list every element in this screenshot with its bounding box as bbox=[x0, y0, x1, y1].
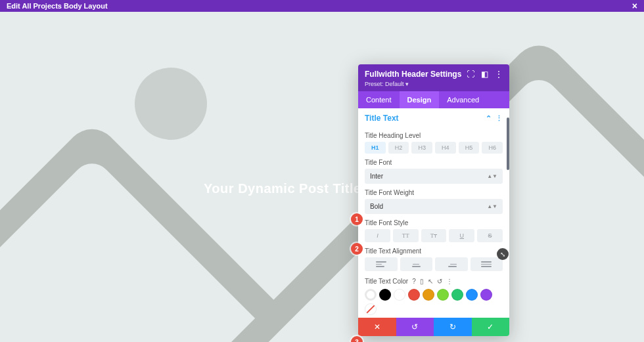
swatch-current[interactable] bbox=[365, 289, 377, 301]
dropdown-caret-icon: ▲▼ bbox=[487, 203, 497, 209]
swatch-white[interactable] bbox=[394, 289, 405, 301]
swatch-green[interactable] bbox=[451, 289, 463, 301]
chevron-down-icon: ▾ bbox=[405, 81, 409, 87]
style-italic[interactable]: I bbox=[365, 229, 390, 242]
help-icon[interactable]: ? bbox=[412, 278, 416, 285]
swatch-blue[interactable] bbox=[466, 289, 478, 301]
settings-panel: Fullwidth Header Settings ⛶ ◧ ⋮ Preset: … bbox=[358, 64, 509, 336]
label-font: Title Font bbox=[365, 159, 503, 166]
column-icon[interactable]: ◧ bbox=[481, 70, 488, 79]
label-alignment: Title Text Alignment bbox=[365, 247, 503, 255]
weight-value: Bold bbox=[370, 203, 383, 210]
expand-icon[interactable]: ⛶ bbox=[467, 70, 474, 79]
annotation-badge-1: 1 bbox=[351, 213, 363, 225]
placeholder-sun bbox=[135, 68, 207, 140]
close-icon[interactable]: × bbox=[632, 1, 637, 11]
heading-h4[interactable]: H4 bbox=[435, 142, 456, 154]
section-title[interactable]: Title Text bbox=[365, 114, 399, 123]
cancel-button[interactable]: ✕ bbox=[358, 318, 396, 336]
heading-level-group: H1 H2 H3 H4 H5 H6 bbox=[365, 142, 503, 154]
style-smallcaps[interactable]: Tᴛ bbox=[421, 229, 447, 242]
color-swatches bbox=[365, 289, 503, 315]
alignment-group bbox=[365, 257, 503, 271]
annotation-badge-2: 2 bbox=[351, 243, 363, 255]
more-icon[interactable]: ⋮ bbox=[495, 70, 503, 79]
label-heading-level: Title Heading Level bbox=[365, 132, 503, 139]
align-right[interactable] bbox=[435, 257, 468, 271]
section-more-icon[interactable]: ⋮ bbox=[495, 114, 503, 123]
heading-h6[interactable]: H6 bbox=[482, 142, 503, 154]
swatch-black[interactable] bbox=[379, 289, 391, 301]
swatch-clear[interactable] bbox=[365, 303, 377, 315]
collapse-icon[interactable]: ⌃ bbox=[486, 114, 492, 123]
tab-content[interactable]: Content bbox=[358, 91, 400, 108]
mobile-icon[interactable]: ▯ bbox=[420, 278, 424, 285]
label-text-color: Title Text Color bbox=[365, 278, 408, 285]
reset-icon[interactable]: ↺ bbox=[437, 278, 442, 285]
panel-footer: ✕ ↺ ↻ ✓ bbox=[358, 318, 509, 336]
label-font-weight: Title Font Weight bbox=[365, 189, 503, 196]
heading-h1[interactable]: H1 bbox=[365, 142, 386, 154]
panel-header[interactable]: Fullwidth Header Settings ⛶ ◧ ⋮ Preset: … bbox=[358, 64, 509, 91]
tab-advanced[interactable]: Advanced bbox=[439, 91, 487, 108]
swatch-red[interactable] bbox=[408, 289, 420, 301]
panel-body: Title Text ⌃ ⋮ Title Heading Level H1 H2… bbox=[358, 108, 509, 318]
weight-select[interactable]: Bold ▲▼ bbox=[365, 199, 503, 214]
topbar: Edit All Projects Body Layout × bbox=[0, 0, 644, 12]
tabs: Content Design Advanced bbox=[358, 91, 509, 108]
heading-h5[interactable]: H5 bbox=[459, 142, 480, 154]
align-center[interactable] bbox=[400, 257, 433, 271]
align-left[interactable] bbox=[365, 257, 398, 271]
undo-button[interactable]: ↺ bbox=[396, 318, 434, 336]
style-strike[interactable]: S bbox=[477, 229, 503, 242]
style-underline[interactable]: U bbox=[449, 229, 474, 242]
label-font-style: Title Font Style bbox=[365, 219, 503, 226]
save-button[interactable]: ✓ bbox=[472, 318, 510, 336]
heading-h2[interactable]: H2 bbox=[388, 142, 409, 154]
style-uppercase[interactable]: TT bbox=[393, 229, 419, 242]
option-more-icon[interactable]: ⋮ bbox=[446, 278, 453, 285]
swatch-lime[interactable] bbox=[437, 289, 449, 301]
dropdown-caret-icon: ▲▼ bbox=[487, 173, 497, 179]
panel-title: Fullwidth Header Settings bbox=[365, 70, 461, 79]
topbar-title: Edit All Projects Body Layout bbox=[7, 2, 108, 10]
redo-button[interactable]: ↻ bbox=[434, 318, 472, 336]
hover-icon[interactable]: ↖ bbox=[428, 278, 433, 285]
heading-h3[interactable]: H3 bbox=[411, 142, 432, 154]
preset-label: Preset: bbox=[365, 81, 384, 87]
scrollbar[interactable] bbox=[507, 108, 509, 318]
hero-title: Your Dynamic Post Title W bbox=[204, 181, 378, 196]
swatch-purple[interactable] bbox=[480, 289, 492, 301]
font-select[interactable]: Inter ▲▼ bbox=[365, 169, 503, 184]
preset-value: Default bbox=[385, 81, 404, 87]
canvas: Your Dynamic Post Title W 1 2 3 Fullwidt… bbox=[0, 12, 644, 342]
font-style-group: I TT Tᴛ U S bbox=[365, 229, 503, 242]
resize-handle[interactable]: ⤡ bbox=[497, 248, 509, 260]
align-justify[interactable] bbox=[471, 257, 503, 271]
swatch-orange[interactable] bbox=[423, 289, 434, 301]
preset-row[interactable]: Preset: Default ▾ bbox=[365, 81, 503, 87]
tab-design[interactable]: Design bbox=[400, 91, 440, 108]
font-value: Inter bbox=[370, 173, 383, 180]
